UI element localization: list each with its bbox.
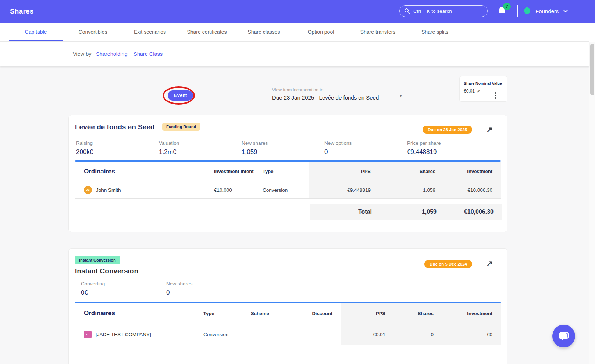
period-select-value: Due 23 Jan 2025 - Levée de fonds en Seed — [272, 94, 379, 101]
scrollbar-thumb[interactable] — [590, 44, 594, 95]
col-pps: PPS — [309, 169, 371, 174]
due-date-badge: Due on 23 Jan 2025 — [423, 126, 472, 134]
col-investment: Investment — [434, 311, 492, 316]
tab-share-transfers[interactable]: Share transfers — [349, 23, 406, 41]
period-select[interactable]: View from incorporation to... Due 23 Jan… — [267, 85, 409, 104]
tab-share-certificates[interactable]: Share certificates — [178, 23, 235, 41]
expand-event-icon[interactable]: ↗ — [486, 259, 493, 267]
avatar: JS — [84, 186, 92, 194]
cell-shares: 0 — [385, 332, 434, 337]
vertical-scrollbar — [589, 42, 595, 364]
event-stats: Converting0€ New shares0 — [75, 281, 501, 296]
edit-pencil-icon[interactable]: ✎ — [477, 89, 480, 94]
company-logo-icon — [523, 6, 531, 15]
stat-label: Price per share — [407, 140, 490, 146]
funding-round-badge: Funding Round — [162, 123, 200, 131]
stat-value: 1.2m€ — [159, 148, 242, 156]
col-type: Type — [203, 311, 251, 316]
tab-share-splits[interactable]: Share splits — [406, 23, 463, 41]
total-shares: 1,059 — [372, 209, 437, 215]
share-nominal-value-card: Share Nominal Value €0.01 ✎ — [459, 76, 507, 102]
caret-down-icon: ▼ — [399, 94, 403, 98]
event-title: Instant Conversion — [75, 267, 501, 275]
event-card-funding-round: Levée de fonds en Seed Funding Round Due… — [68, 115, 507, 232]
tab-exit-scenarios[interactable]: Exit scenarios — [121, 23, 178, 41]
cell-shares: 1,059 — [371, 187, 435, 193]
more-options-button[interactable] — [493, 91, 498, 100]
chat-bubble-icon — [558, 331, 569, 341]
table-header-row: Ordinaires Investment intent Type PPS Sh… — [75, 162, 501, 181]
tab-share-classes[interactable]: Share classes — [235, 23, 292, 41]
cell-investment-intent: €10,000 — [214, 187, 263, 193]
notifications-button[interactable]: 7 — [497, 6, 508, 18]
stat-value: 0 — [166, 289, 247, 296]
total-investment: €10,006.30 — [437, 209, 494, 215]
notification-count-badge: 7 — [503, 3, 511, 10]
cell-type: Conversion — [263, 187, 309, 193]
avatar: TC — [84, 331, 92, 338]
col-scheme: Scheme — [251, 311, 298, 316]
view-option-share-class[interactable]: Share Class — [133, 42, 163, 66]
col-discount: Discount — [298, 311, 332, 316]
stat-value: 0 — [324, 148, 407, 156]
cell-investment: €0 — [434, 332, 492, 337]
table-row[interactable]: JS John Smith €10,000 Conversion €9.4488… — [75, 181, 501, 199]
stat-label: New options — [324, 140, 407, 146]
cell-discount: – — [298, 332, 332, 337]
due-date-badge: Due on 5 Dec 2024 — [424, 260, 472, 268]
header-divider — [517, 5, 518, 17]
stat-label: New shares — [166, 281, 247, 286]
chat-launcher-button[interactable] — [552, 325, 575, 347]
event-card-instant-conversion: Instant Conversion Instant Conversion Du… — [68, 248, 507, 364]
section-tabs: Cap table Convertibles Exit scenarios Sh… — [0, 23, 589, 42]
page-title: Shares — [10, 0, 34, 23]
col-type: Type — [263, 169, 309, 174]
cell-scheme: – — [251, 332, 298, 337]
expand-event-icon[interactable]: ↗ — [486, 126, 493, 133]
view-by-label: View by — [73, 42, 92, 66]
search-placeholder: Ctrl + K to search — [413, 8, 452, 14]
stat-value: €9.448819 — [407, 148, 490, 156]
tab-option-pool[interactable]: Option pool — [292, 23, 349, 41]
event-title: Levée de fonds en Seed — [75, 123, 154, 131]
shareholder-name: [JADE TEST COMPANY] — [96, 332, 151, 337]
top-bar: Shares Ctrl + K to search 7 Founders — [0, 0, 595, 23]
stat-label: Converting — [81, 281, 161, 286]
col-shares: Shares — [371, 169, 435, 174]
table-header-row: Ordinaires Type Scheme Discount PPS Shar… — [75, 303, 501, 324]
col-investment: Investment — [435, 169, 492, 174]
stat-value: 0€ — [81, 289, 161, 296]
stat-value: 1,059 — [242, 148, 324, 156]
cell-investment: €10,006.30 — [435, 187, 492, 193]
view-option-event-selected[interactable]: Event — [168, 90, 193, 101]
nominal-value-title: Share Nominal Value — [464, 81, 503, 86]
stat-label: Valuation — [159, 140, 242, 146]
stat-value: 200k€ — [76, 148, 159, 156]
period-select-label: View from incorporation to... — [272, 87, 327, 93]
share-class-group-title: Ordinaires — [84, 310, 115, 317]
view-option-shareholding[interactable]: Shareholding — [96, 42, 127, 66]
table-row[interactable]: TC [JADE TEST COMPANY] Conversion – – €0… — [75, 324, 501, 345]
search-icon — [404, 8, 410, 14]
cell-type: Conversion — [203, 332, 251, 337]
table-total-row: Total 1,059 €10,006.30 — [310, 204, 502, 220]
org-menu-button[interactable]: Founders — [535, 0, 559, 23]
col-pps: PPS — [341, 311, 385, 316]
chevron-down-icon[interactable] — [563, 8, 569, 15]
nominal-value: €0.01 — [464, 89, 475, 94]
col-shares: Shares — [385, 311, 434, 316]
share-class-group-title: Ordinaires — [84, 168, 115, 175]
tab-convertibles[interactable]: Convertibles — [64, 23, 121, 41]
search-input[interactable]: Ctrl + K to search — [399, 5, 488, 17]
view-controls-bar: View by Shareholding Share Class Event V… — [0, 42, 589, 66]
event-stats: Raising200k€ Valuation1.2m€ New shares1,… — [75, 140, 501, 156]
cell-pps: €0.01 — [341, 332, 385, 337]
tab-cap-table[interactable]: Cap table — [7, 23, 64, 41]
instant-conversion-badge: Instant Conversion — [75, 256, 120, 264]
shareholder-name: John Smith — [96, 187, 121, 193]
col-investment-intent: Investment intent — [214, 169, 263, 174]
stat-label: New shares — [242, 140, 324, 146]
cell-pps: €9.448819 — [309, 187, 371, 193]
total-label: Total — [310, 209, 372, 215]
stat-label: Raising — [76, 140, 159, 146]
